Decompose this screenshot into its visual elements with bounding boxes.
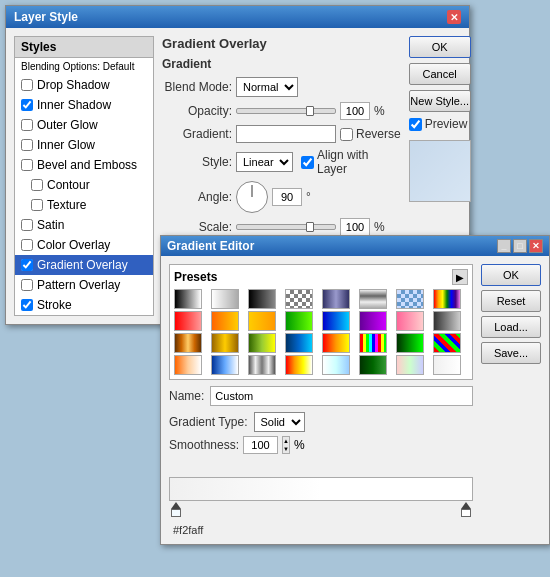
stroke-checkbox[interactable] — [21, 299, 33, 311]
align-layer-checkbox[interactable] — [301, 156, 314, 169]
gradient-reset-button[interactable]: Reset — [481, 290, 541, 312]
opacity-slider[interactable] — [236, 108, 336, 114]
preset-swatch-15[interactable] — [396, 311, 424, 331]
preset-swatch-27[interactable] — [248, 355, 276, 375]
color-overlay-checkbox[interactable] — [21, 239, 33, 251]
gradient-editor-close-button[interactable]: ✕ — [529, 239, 543, 253]
preset-swatch-11[interactable] — [248, 311, 276, 331]
preset-swatch-5[interactable] — [322, 289, 350, 309]
cancel-button[interactable]: Cancel — [409, 63, 471, 85]
preset-swatch-19[interactable] — [248, 333, 276, 353]
preset-swatch-9[interactable] — [174, 311, 202, 331]
preset-swatch-16[interactable] — [433, 311, 461, 331]
preset-swatch-18[interactable] — [211, 333, 239, 353]
preset-swatch-10[interactable] — [211, 311, 239, 331]
angle-unit: ° — [306, 190, 311, 204]
preset-swatch-29[interactable] — [322, 355, 350, 375]
scale-input[interactable] — [340, 218, 370, 236]
preset-swatch-12[interactable] — [285, 311, 313, 331]
outer-glow-label: Outer Glow — [37, 118, 98, 132]
style-item-pattern-overlay[interactable]: Pattern Overlay — [15, 275, 153, 295]
preset-swatch-25[interactable] — [174, 355, 202, 375]
blend-mode-row: Blend Mode: Normal — [162, 77, 401, 97]
outer-glow-checkbox[interactable] — [21, 119, 33, 131]
style-select[interactable]: Linear — [236, 152, 293, 172]
minimize-button[interactable]: _ — [497, 239, 511, 253]
inner-glow-checkbox[interactable] — [21, 139, 33, 151]
texture-checkbox[interactable] — [31, 199, 43, 211]
preset-swatch-1[interactable] — [174, 289, 202, 309]
style-item-stroke[interactable]: Stroke — [15, 295, 153, 315]
gradient-preview[interactable] — [236, 125, 336, 143]
gradient-editor-body: Presets ▶ — [161, 256, 549, 544]
preset-swatch-8[interactable] — [433, 289, 461, 309]
gradient-save-button[interactable]: Save... — [481, 342, 541, 364]
style-item-outer-glow[interactable]: Outer Glow — [15, 115, 153, 135]
new-style-button[interactable]: New Style... — [409, 90, 471, 112]
smooth-up[interactable]: ▲ — [283, 437, 289, 445]
style-item-inner-shadow[interactable]: Inner Shadow — [15, 95, 153, 115]
style-item-drop-shadow[interactable]: Drop Shadow — [15, 75, 153, 95]
preset-swatch-3[interactable] — [248, 289, 276, 309]
preset-swatch-20[interactable] — [285, 333, 313, 353]
stroke-label: Stroke — [37, 298, 72, 312]
preset-swatch-17[interactable] — [174, 333, 202, 353]
gradient-bar[interactable] — [169, 477, 473, 501]
style-row: Style: Linear Align with Layer — [162, 148, 401, 176]
preset-swatch-31[interactable] — [396, 355, 424, 375]
presets-arrow-button[interactable]: ▶ — [452, 269, 468, 285]
ok-button[interactable]: OK — [409, 36, 471, 58]
preset-swatch-23[interactable] — [396, 333, 424, 353]
gradient-name-input[interactable] — [210, 386, 473, 406]
gradient-ok-button[interactable]: OK — [481, 264, 541, 286]
style-item-color-overlay[interactable]: Color Overlay — [15, 235, 153, 255]
smoothness-stepper[interactable]: ▲ ▼ — [282, 436, 290, 454]
align-layer-label[interactable]: Align with Layer — [301, 148, 401, 176]
angle-input[interactable] — [272, 188, 302, 206]
stop-marker-right[interactable] — [461, 502, 471, 517]
preset-swatch-14[interactable] — [359, 311, 387, 331]
preset-swatch-26[interactable] — [211, 355, 239, 375]
preset-swatch-13[interactable] — [322, 311, 350, 331]
pattern-overlay-checkbox[interactable] — [21, 279, 33, 291]
preset-swatch-6[interactable] — [359, 289, 387, 309]
style-item-satin[interactable]: Satin — [15, 215, 153, 235]
style-item-gradient-overlay[interactable]: Gradient Overlay — [15, 255, 153, 275]
preset-swatch-4[interactable] — [285, 289, 313, 309]
smooth-down[interactable]: ▼ — [283, 445, 289, 453]
gradient-overlay-checkbox[interactable] — [21, 259, 33, 271]
inner-shadow-checkbox[interactable] — [21, 99, 33, 111]
bevel-checkbox[interactable] — [21, 159, 33, 171]
style-item-contour[interactable]: Contour — [15, 175, 153, 195]
preset-swatch-30[interactable] — [359, 355, 387, 375]
layer-style-close-button[interactable]: ✕ — [447, 10, 461, 24]
maximize-button[interactable]: □ — [513, 239, 527, 253]
style-item-blending[interactable]: Blending Options: Default — [15, 58, 153, 75]
style-item-texture[interactable]: Texture — [15, 195, 153, 215]
preset-swatch-24[interactable] — [433, 333, 461, 353]
blend-mode-select[interactable]: Normal — [236, 77, 298, 97]
preset-swatch-22[interactable] — [359, 333, 387, 353]
preset-swatch-2[interactable] — [211, 289, 239, 309]
style-item-inner-glow[interactable]: Inner Glow — [15, 135, 153, 155]
contour-checkbox[interactable] — [31, 179, 43, 191]
gradient-type-select[interactable]: Solid — [254, 412, 305, 432]
stop-hex-value: #f2faff — [173, 524, 203, 536]
satin-checkbox[interactable] — [21, 219, 33, 231]
smoothness-input[interactable] — [243, 436, 278, 454]
preset-swatch-21[interactable] — [322, 333, 350, 353]
preset-swatch-32[interactable] — [433, 355, 461, 375]
preview-label-container[interactable]: Preview — [409, 117, 471, 131]
preset-swatch-7[interactable] — [396, 289, 424, 309]
style-item-bevel[interactable]: Bevel and Emboss — [15, 155, 153, 175]
gradient-load-button[interactable]: Load... — [481, 316, 541, 338]
angle-dial[interactable] — [236, 181, 268, 213]
scale-slider[interactable] — [236, 224, 336, 230]
reverse-checkbox[interactable] — [340, 128, 353, 141]
drop-shadow-checkbox[interactable] — [21, 79, 33, 91]
opacity-input[interactable] — [340, 102, 370, 120]
preview-checkbox[interactable] — [409, 118, 422, 131]
stop-marker-left[interactable] — [171, 502, 181, 517]
preset-swatch-28[interactable] — [285, 355, 313, 375]
reverse-label[interactable]: Reverse — [340, 127, 401, 141]
